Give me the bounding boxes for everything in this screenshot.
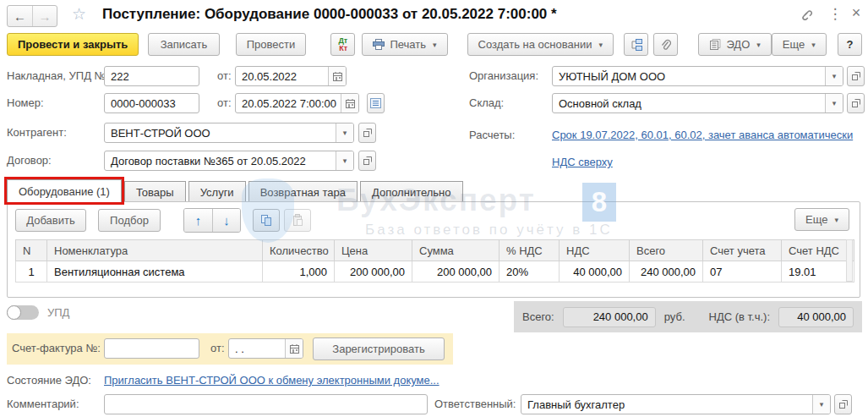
get-link-icon[interactable] (797, 5, 814, 22)
chevron-down-icon[interactable]: ▾ (825, 94, 843, 112)
calendar-icon[interactable] (341, 94, 358, 112)
col-vat-account[interactable]: Счет НДС (782, 240, 854, 261)
contract-open-button[interactable] (358, 151, 376, 171)
invoice-register-date-field[interactable]: . . (228, 338, 303, 359)
move-row-up-button[interactable]: ↑ (184, 209, 212, 232)
move-row-group: ↑ ↓ (183, 208, 241, 233)
edo-button[interactable]: ЭДО▾ (698, 33, 771, 56)
post-and-close-button[interactable]: Провести и закрыть (7, 33, 139, 56)
chevron-down-icon[interactable]: ▾ (336, 123, 353, 142)
cell-vat[interactable]: 40 000,00 (560, 261, 630, 283)
contract-field[interactable]: Договор поставки №365 от 20.05.2022 ▾ (104, 151, 354, 171)
cell-vat-rate[interactable]: 20% (500, 261, 560, 283)
document-date-from-label: от: (217, 93, 232, 113)
invoice-date-from-label: от: (217, 66, 232, 86)
kebab-menu-icon[interactable]: ⋮ (827, 5, 843, 22)
register-invoice-button[interactable]: Зарегистрировать (313, 337, 445, 360)
post-button[interactable]: Провести (236, 33, 307, 56)
invoice-date-field[interactable]: 20.05.2022 (235, 66, 347, 86)
back-button[interactable]: ← (8, 6, 32, 26)
tab-equipment[interactable]: Оборудование (1) (7, 179, 122, 202)
number-settings-button[interactable] (367, 93, 385, 113)
command-toolbar: Провести и закрыть Записать Провести ДтК… (7, 33, 862, 56)
save-button[interactable]: Записать (148, 33, 219, 56)
calendar-glyph-icon (345, 98, 356, 109)
create-based-on-button[interactable]: Создать на основании▾ (467, 33, 614, 56)
col-price[interactable]: Цена (335, 240, 412, 261)
chevron-down-icon: ▾ (598, 41, 603, 49)
col-total[interactable]: Всего (630, 240, 703, 261)
favorite-star-icon[interactable]: ☆ (72, 4, 86, 24)
col-sum[interactable]: Сумма (412, 240, 500, 261)
calendar-glyph-icon (289, 343, 300, 354)
document-number-field[interactable]: 0000-000033 (104, 93, 199, 113)
back-arrow-icon: ← (14, 9, 26, 24)
help-button[interactable]: ? (838, 33, 862, 56)
forward-arrow-icon: → (39, 9, 52, 24)
print-button[interactable]: Печать▾ (362, 33, 447, 56)
copy-row-button[interactable] (253, 209, 280, 232)
invoice-number-label: Накладная, УПД №: (7, 66, 109, 86)
tab-returnable-packaging[interactable]: Возвратная тара (248, 181, 358, 202)
copy-icon (260, 214, 272, 227)
comment-input[interactable] (104, 394, 428, 414)
upd-toggle[interactable] (7, 305, 39, 320)
cell-nomenclature[interactable]: Вентиляционная система (47, 261, 263, 283)
chevron-down-icon[interactable]: ▾ (812, 395, 830, 414)
pick-items-button[interactable]: Подбор (98, 209, 161, 232)
currency-label: руб. (664, 307, 685, 327)
col-n[interactable]: N (16, 240, 47, 261)
tab-goods[interactable]: Товары (124, 181, 186, 202)
organization-field[interactable]: УЮТНЫЙ ДОМ ООО ▾ (552, 66, 843, 86)
responsible-open-button[interactable] (834, 394, 852, 414)
close-icon[interactable]: × (848, 4, 865, 21)
col-vat-rate[interactable]: % НДС (500, 240, 560, 261)
chevron-down-icon[interactable]: ▾ (336, 151, 353, 170)
edo-invite-link[interactable]: Пригласить ВЕНТ-СТРОЙ ООО к обмену элект… (104, 374, 439, 387)
responsible-label: Ответственный: (434, 394, 516, 414)
table-scrollbar[interactable] (846, 239, 853, 282)
more-button[interactable]: Еще▾ (772, 33, 827, 56)
invoice-register-number-input[interactable] (104, 338, 199, 359)
warehouse-open-button[interactable] (847, 93, 865, 113)
table-row[interactable]: 1 Вентиляционная система 1,000 200 000,0… (16, 261, 854, 283)
settlements-link[interactable]: Срок 19.07.2022, 60.01, 60.02, зачет ава… (552, 129, 853, 141)
organization-open-button[interactable] (847, 66, 865, 86)
forward-button[interactable]: → (32, 6, 57, 26)
col-vat[interactable]: НДС (560, 240, 630, 261)
warehouse-field[interactable]: Основной склад ▾ (552, 93, 843, 113)
items-more-button[interactable]: Еще▾ (794, 208, 849, 231)
dt-kt-button[interactable]: ДтКт (330, 33, 355, 56)
col-quantity[interactable]: Количество (263, 240, 335, 261)
cell-account[interactable]: 07 (703, 261, 782, 283)
col-nomenclature[interactable]: Номенклатура (47, 240, 263, 261)
calendar-icon[interactable] (328, 67, 346, 85)
col-account[interactable]: Счет учета (703, 240, 782, 261)
cell-price[interactable]: 200 000,00 (335, 261, 412, 283)
vat-mode-link[interactable]: НДС сверху (552, 156, 613, 168)
cell-sum[interactable]: 200 000,00 (412, 261, 500, 283)
invoice-number-field[interactable]: 222 (104, 66, 199, 86)
total-label: Всего: (522, 307, 554, 327)
cell-vat-account[interactable]: 19.01 (782, 261, 854, 283)
toggle-knob (7, 305, 21, 320)
document-date-field[interactable]: 20.05.2022 7:00:00 (235, 93, 359, 113)
organization-label: Организация: (469, 66, 538, 86)
cell-quantity[interactable]: 1,000 (263, 261, 335, 283)
tab-additional[interactable]: Дополнительно (360, 181, 463, 202)
add-row-button[interactable]: Добавить (15, 209, 86, 232)
counterparty-field[interactable]: ВЕНТ-СТРОЙ ООО ▾ (104, 123, 354, 143)
counterparty-open-button[interactable] (358, 123, 376, 143)
calendar-icon[interactable] (285, 339, 303, 358)
cell-total[interactable]: 240 000,00 (630, 261, 703, 283)
responsible-field[interactable]: Главный бухгалтер ▾ (521, 394, 831, 414)
dt-kt-icon: ДтКт (338, 37, 347, 52)
chevron-down-icon[interactable]: ▾ (825, 67, 843, 85)
related-documents-button[interactable] (624, 33, 648, 56)
comment-label: Комментарий: (7, 394, 79, 414)
cell-n[interactable]: 1 (16, 261, 47, 283)
move-row-down-button[interactable]: ↓ (212, 209, 240, 232)
tab-services[interactable]: Услуги (188, 181, 246, 202)
paste-row-button[interactable] (284, 209, 311, 232)
attachments-button[interactable] (653, 33, 678, 56)
